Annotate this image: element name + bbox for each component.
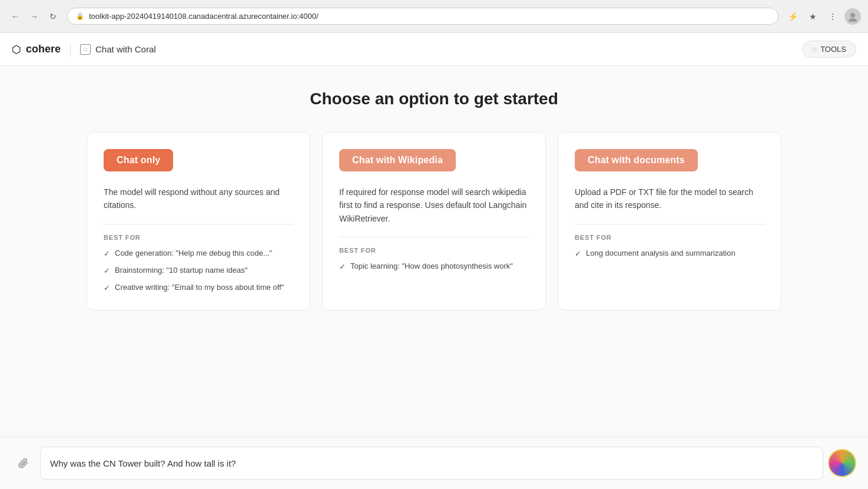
- chat-icon: □: [80, 44, 91, 55]
- extensions-button[interactable]: ⚡: [784, 8, 801, 25]
- check-icon: ✓: [104, 249, 110, 259]
- list-item-text: Creative writing: "Email to my boss abou…: [115, 282, 284, 293]
- card-divider: [575, 224, 764, 224]
- chat-title-area: □ Chat with Coral: [80, 44, 156, 55]
- check-icon: ✓: [339, 262, 346, 272]
- refresh-button[interactable]: ↻: [45, 8, 61, 25]
- wikipedia-card: Chat with Wikipedia If required for resp…: [322, 132, 546, 310]
- documents-description: Upload a PDF or TXT file for the model t…: [575, 186, 764, 212]
- cards-container: Chat only The model will respond without…: [81, 132, 787, 310]
- logo: ⬡ cohere: [12, 43, 61, 56]
- list-item: ✓ Code generation: "Help me debug this c…: [104, 248, 293, 259]
- documents-card: Chat with documents Upload a PDF or TXT …: [558, 132, 781, 310]
- card-divider: [104, 224, 293, 224]
- svg-point-1: [849, 18, 857, 22]
- list-item-text: Code generation: "Help me debug this cod…: [115, 248, 272, 259]
- logo-text: cohere: [26, 43, 61, 55]
- chat-only-best-for-label: BEST FOR: [104, 234, 293, 241]
- list-item-text: Topic learning: "How does photosynthesis…: [350, 261, 513, 272]
- tools-label: TOOLS: [820, 45, 846, 54]
- wikipedia-best-for-label: BEST FOR: [339, 247, 529, 254]
- url-text: toolkit-app-20240419140108.canadacentral…: [89, 12, 319, 21]
- chat-only-best-for-list: ✓ Code generation: "Help me debug this c…: [104, 248, 293, 294]
- top-nav: ⬡ cohere □ Chat with Coral TOOLS: [0, 33, 868, 66]
- message-input-wrapper: [40, 447, 823, 480]
- browser-chrome: ← → ↻ 🔒 toolkit-app-20240419140108.canad…: [0, 0, 868, 33]
- page-title: Choose an option to get started: [310, 90, 558, 108]
- wikipedia-best-for-list: ✓ Topic learning: "How does photosynthes…: [339, 261, 529, 272]
- forward-button[interactable]: →: [26, 8, 42, 25]
- list-item: ✓ Long document analysis and summarizati…: [575, 248, 764, 259]
- card-divider: [339, 237, 529, 237]
- nav-divider: [70, 42, 71, 57]
- svg-point-0: [850, 13, 855, 18]
- list-item: ✓ Brainstorming: "10 startup name ideas": [104, 265, 293, 276]
- attach-button[interactable]: [14, 454, 33, 473]
- documents-best-for-list: ✓ Long document analysis and summarizati…: [575, 248, 764, 259]
- wikipedia-button[interactable]: Chat with Wikipedia: [339, 149, 456, 171]
- profile-button[interactable]: [844, 8, 861, 25]
- list-item: ✓ Topic learning: "How does photosynthes…: [339, 261, 529, 272]
- chat-title-text: Chat with Coral: [95, 44, 156, 54]
- chat-only-button[interactable]: Chat only: [104, 149, 173, 171]
- check-icon: ✓: [575, 249, 581, 259]
- main-content: Choose an option to get started Chat onl…: [0, 66, 868, 437]
- bottom-input-area: [0, 437, 868, 489]
- check-icon: ✓: [104, 283, 110, 293]
- list-item-text: Brainstorming: "10 startup name ideas": [115, 265, 247, 276]
- list-item: ✓ Creative writing: "Email to my boss ab…: [104, 282, 293, 293]
- chat-only-card: Chat only The model will respond without…: [87, 132, 310, 310]
- documents-best-for-label: BEST FOR: [575, 234, 764, 241]
- tools-dot: [812, 47, 817, 52]
- lock-icon: 🔒: [76, 12, 84, 20]
- avatar-overlay[interactable]: [828, 449, 856, 477]
- app: ⬡ cohere □ Chat with Coral TOOLS Choose …: [0, 33, 868, 489]
- wikipedia-description: If required for response model will sear…: [339, 186, 529, 225]
- documents-button[interactable]: Chat with documents: [575, 149, 698, 171]
- nav-left: ⬡ cohere □ Chat with Coral: [12, 42, 156, 57]
- message-input[interactable]: [50, 458, 813, 468]
- browser-nav-buttons: ← → ↻: [7, 8, 61, 25]
- address-bar[interactable]: 🔒 toolkit-app-20240419140108.canadacentr…: [67, 8, 778, 25]
- more-button[interactable]: ⋮: [824, 8, 841, 25]
- list-item-text: Long document analysis and summarization: [586, 248, 736, 259]
- tools-button[interactable]: TOOLS: [802, 41, 856, 58]
- check-icon: ✓: [104, 266, 110, 276]
- bookmark-button[interactable]: ★: [804, 8, 821, 25]
- logo-icon: ⬡: [12, 43, 21, 56]
- chat-only-description: The model will respond without any sourc…: [104, 186, 293, 212]
- browser-actions: ⚡ ★ ⋮: [784, 8, 861, 25]
- back-button[interactable]: ←: [7, 8, 24, 25]
